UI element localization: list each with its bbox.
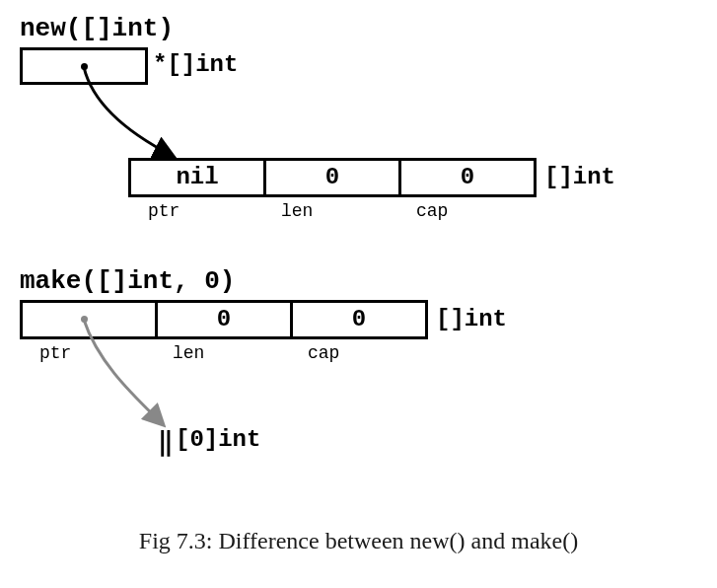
- figure-caption: Fig 7.3: Difference between new() and ma…: [0, 528, 717, 554]
- new-title: new([]int): [20, 14, 174, 43]
- new-cap-label: cap: [416, 201, 448, 221]
- pointer-dot: [81, 63, 88, 70]
- new-slice-cap-value: 0: [461, 164, 474, 190]
- new-ptr-label: ptr: [148, 201, 179, 221]
- new-slice-len-value: 0: [325, 164, 339, 190]
- new-slice-ptr-value: nil: [176, 164, 218, 190]
- new-slice-len-cell: 0: [263, 158, 401, 197]
- new-slice-cap-cell: 0: [398, 158, 537, 197]
- pointer-type-label: *[]int: [153, 51, 238, 78]
- zero-array-label: [0]int: [176, 426, 260, 453]
- make-pointer-dot: [81, 316, 88, 323]
- make-title: make([]int, 0): [20, 266, 235, 296]
- make-ptr-label: ptr: [39, 343, 71, 363]
- diagram-stage: new([]int) *[]int nil 0 0 []int ptr len …: [0, 0, 717, 588]
- new-slice-ptr-cell: nil: [128, 158, 266, 197]
- make-cap-label: cap: [308, 343, 339, 363]
- new-len-label: len: [281, 201, 313, 221]
- make-slice-len-value: 0: [217, 306, 231, 332]
- make-slice-cap-cell: 0: [290, 300, 428, 339]
- make-slice-len-cell: 0: [155, 300, 293, 339]
- zero-array-bar: ‖: [158, 426, 173, 458]
- make-slice-type-label: []int: [436, 306, 507, 332]
- make-slice-ptr-cell: [20, 300, 158, 339]
- new-slice-type-label: []int: [544, 164, 615, 190]
- make-len-label: len: [173, 343, 204, 363]
- make-slice-cap-value: 0: [352, 306, 366, 332]
